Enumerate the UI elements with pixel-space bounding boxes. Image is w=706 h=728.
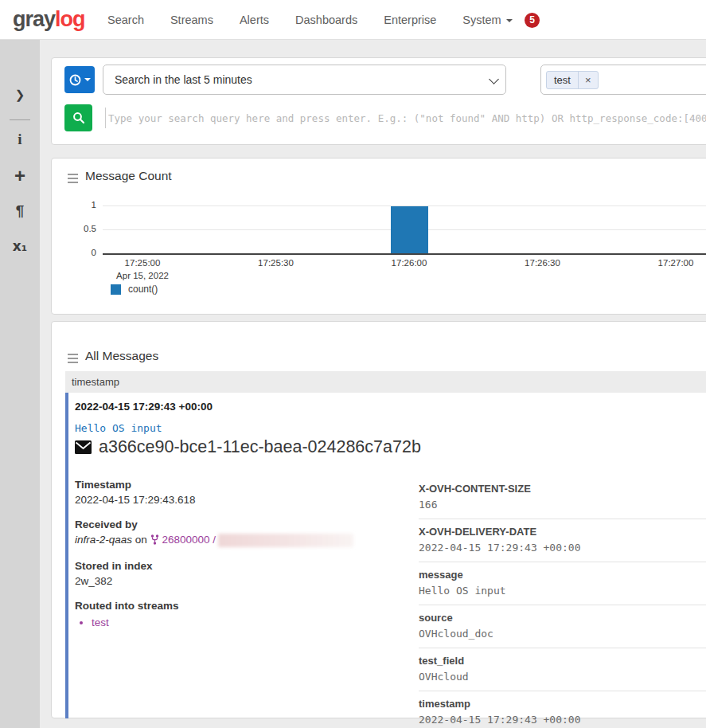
input-fork-icon [150, 534, 159, 545]
field-name[interactable]: test_field [419, 655, 706, 667]
x-tick-label: 17:26:00 [377, 258, 441, 268]
search-query-input[interactable] [108, 104, 706, 131]
nav-item-enterprise[interactable]: Enterprise [384, 14, 436, 26]
nav-item-streams[interactable]: Streams [170, 14, 213, 26]
message-timestamp[interactable]: 2022-04-15 17:29:43 +00:00 [75, 401, 213, 413]
y-tick-label: 0.5 [64, 224, 96, 233]
message-id: a366ce90-bce1-11ec-baea-024286c7a72b [99, 437, 421, 457]
info-icon[interactable]: i [0, 131, 40, 148]
search-sidebar: ❯ i + ¶ x₁ [0, 40, 40, 728]
message-count-widget: Message Count Apr 15, 2022 count() 10.50… [51, 158, 706, 315]
add-widget-icon[interactable]: + [0, 165, 40, 187]
time-range-select[interactable]: Search in the last 5 minutes [103, 65, 506, 95]
field-value: OVHcloud_doc [419, 628, 706, 640]
field-value: 166 [419, 499, 706, 511]
search-button[interactable] [64, 104, 92, 131]
node-name: infra-2-qaas [75, 534, 132, 546]
field-block: timestamp2022-04-15 17:29:43 +00:00 [419, 691, 706, 728]
routed-streams-label: Routed into streams [75, 600, 412, 612]
field-name[interactable]: message [419, 569, 706, 581]
nav-item-alerts[interactable]: Alerts [240, 14, 269, 26]
nav-item-dashboards[interactable]: Dashboards [295, 14, 357, 26]
variables-icon[interactable]: x₁ [0, 238, 40, 254]
stream-filter-input[interactable]: test × [540, 65, 706, 95]
stream-tag[interactable]: test × [546, 71, 599, 89]
nav-item-system[interactable]: System [462, 14, 512, 26]
field-value: 2022-04-15 17:29:43 +00:00 [419, 542, 706, 554]
drag-handle-icon[interactable] [68, 174, 78, 186]
widget-title: All Messages [85, 349, 158, 363]
stored-index-label: Stored in index [75, 560, 412, 572]
top-navbar: graylog SearchStreamsAlertsDashboardsEnt… [0, 0, 706, 40]
field-value: OVHcloud [419, 671, 706, 683]
field-name[interactable]: timestamp [419, 698, 706, 710]
bar-17:26:00 [391, 206, 428, 253]
search-controls-card: Search in the last 5 minutes test × [51, 57, 706, 145]
column-header-timestamp[interactable]: timestamp [65, 371, 706, 393]
field-block: sourceOVHcloud_doc [419, 605, 706, 648]
field-name[interactable]: X-OVH-DELIVERY-DATE [419, 526, 706, 538]
received-on-word: on [135, 534, 147, 546]
time-range-button[interactable] [64, 66, 95, 93]
field-name[interactable]: X-OVH-CONTENT-SIZE [419, 483, 706, 495]
input-link[interactable]: 26800000 / [162, 534, 216, 546]
streams-list: test [92, 616, 412, 628]
field-block: test_fieldOVHcloud [419, 648, 706, 691]
query-cursor [105, 108, 106, 128]
chart-legend[interactable]: count() [111, 284, 158, 295]
widget-title: Message Count [85, 169, 172, 183]
field-name[interactable]: source [419, 612, 706, 624]
caret-down-icon [84, 78, 91, 81]
x-tick-label: 17:25:30 [244, 258, 308, 268]
x-tick-label: 17:26:30 [511, 258, 575, 268]
field-block: X-OVH-DELIVERY-DATE2022-04-15 17:29:43 +… [419, 519, 706, 562]
search-icon [72, 112, 85, 124]
y-tick-label: 1 [64, 200, 96, 209]
message-preview: Hello OS input [75, 422, 162, 434]
stream-tag-label: test [547, 72, 578, 88]
field-block: X-OVH-CONTENT-SIZE166 [419, 476, 706, 519]
x-axis [103, 253, 706, 255]
message-fields: X-OVH-CONTENT-SIZE166X-OVH-DELIVERY-DATE… [419, 476, 706, 728]
sidebar-divider [10, 119, 30, 120]
envelope-icon [75, 440, 92, 454]
redacted-region [218, 534, 353, 547]
y-tick-label: 0 [64, 248, 96, 257]
message-id-line: a366ce90-bce1-11ec-baea-024286c7a72b [75, 437, 421, 457]
timestamp-value: 2022-04-15 17:29:43.618 [75, 494, 412, 506]
remove-stream-icon[interactable]: × [578, 72, 598, 88]
legend-swatch [111, 284, 121, 295]
stream-link[interactable]: test [92, 616, 412, 628]
nav-menu: SearchStreamsAlertsDashboardsEnterpriseS… [107, 0, 513, 40]
timestamp-label: Timestamp [75, 479, 412, 491]
x-tick-label: 17:27:00 [644, 258, 706, 268]
field-value: Hello OS input [419, 585, 706, 597]
received-by-value: infra-2-qaas on 26800000 / [75, 534, 412, 547]
formatting-icon[interactable]: ¶ [0, 202, 40, 220]
all-messages-widget: All Messages timestamp 2022-04-15 17:29:… [51, 321, 706, 718]
message-row[interactable]: 2022-04-15 17:29:43 +00:00 Hello OS inpu… [65, 393, 706, 718]
stored-index-value: 2w_382 [75, 575, 412, 587]
caret-down-icon [506, 19, 513, 22]
field-value: 2022-04-15 17:29:43 +00:00 [419, 714, 706, 726]
message-metadata: Timestamp 2022-04-15 17:29:43.618 Receiv… [75, 479, 412, 641]
nav-item-search[interactable]: Search [107, 14, 144, 26]
graylog-logo[interactable]: graylog [13, 7, 85, 32]
received-by-label: Received by [75, 519, 412, 530]
notification-badge[interactable]: 5 [525, 13, 540, 28]
field-block: messageHello OS input [419, 562, 706, 605]
legend-label: count() [128, 284, 158, 295]
x-tick-label: 17:25:00 [111, 258, 174, 268]
x-axis-date-label: Apr 15, 2022 [111, 271, 174, 280]
drag-handle-icon[interactable] [68, 354, 78, 366]
clock-icon [69, 74, 81, 86]
sidebar-expand-icon[interactable]: ❯ [0, 88, 40, 102]
